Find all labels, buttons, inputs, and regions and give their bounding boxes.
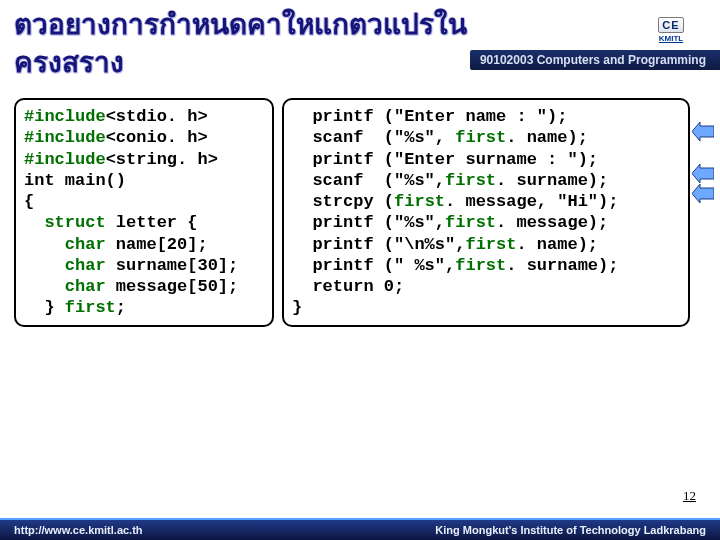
title-line-1: ตวอยางการกำหนดคาใหแกตวแปรใน [14, 6, 706, 44]
code-columns: #include<stdio. h> #include<conio. h> #i… [14, 98, 690, 327]
footer-url: http://www.ce.kmitl.ac.th [14, 524, 143, 536]
callout-arrows [692, 122, 714, 141]
svg-marker-0 [692, 122, 714, 141]
svg-marker-1 [692, 164, 714, 183]
page-number: 12 [683, 488, 696, 504]
arrow-left-icon [692, 122, 714, 141]
institution-logo: CE KMITL [636, 6, 706, 54]
svg-marker-2 [692, 184, 714, 203]
footer-bar: http://www.ce.kmitl.ac.th King Mongkut's… [0, 518, 720, 540]
callout-arrows-2 [692, 164, 714, 203]
footer-institution: King Mongkut's Institute of Technology L… [435, 524, 706, 536]
arrow-left-icon [692, 164, 714, 183]
arrow-left-icon [692, 184, 714, 203]
code-block-right: printf ("Enter name : "); scanf ("%s", f… [282, 98, 690, 327]
logo-text-top: CE [658, 17, 683, 33]
logo-text-bottom: KMITL [659, 34, 683, 43]
course-banner: 90102003 Computers and Programming [470, 50, 720, 70]
code-block-left: #include<stdio. h> #include<conio. h> #i… [14, 98, 274, 327]
